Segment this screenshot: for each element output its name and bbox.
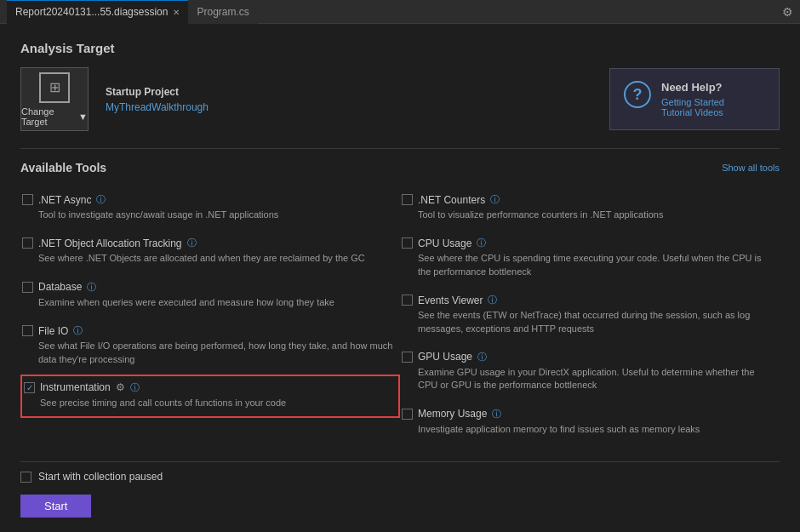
tool-name: GPU Usage (418, 351, 472, 363)
tool-info-icon[interactable]: ⓘ (477, 237, 486, 249)
inactive-tab-label: Program.cs (197, 6, 249, 18)
tool-checkbox-7[interactable] (402, 352, 413, 363)
help-icon: ? (624, 81, 651, 108)
tutorial-videos-link[interactable]: Tutorial Videos (661, 107, 724, 117)
tool-header: File IOⓘ (22, 324, 395, 337)
tool-item-database: DatabaseⓘExamine when queries were execu… (20, 274, 400, 317)
collection-paused-row: Start with collection paused (20, 471, 780, 483)
tool-checkbox-5[interactable] (402, 295, 413, 306)
chevron-down-icon: ▼ (78, 112, 88, 122)
tool-name: File IO (38, 325, 68, 337)
help-text: Need Help? Getting Started Tutorial Vide… (661, 81, 724, 117)
title-bar-right: ⚙ (782, 5, 793, 19)
inactive-tab[interactable]: Program.cs (188, 0, 257, 24)
project-info: Startup Project MyThreadWalkthrough (106, 86, 209, 113)
change-target-button[interactable]: Change Target ▼ (21, 106, 88, 127)
tool-header: .NET Object Allocation Trackingⓘ (22, 237, 395, 249)
tools-left-column: .NET AsyncⓘTool to investigate async/awa… (20, 186, 400, 444)
tool-info-icon[interactable]: ⓘ (130, 381, 140, 394)
tool-item-instrumentation: Instrumentation⚙ⓘSee precise timing and … (20, 375, 400, 418)
tool-info-icon[interactable]: ⓘ (492, 408, 501, 420)
tool-name: .NET Object Allocation Tracking (38, 237, 182, 249)
tools-right-column: .NET CountersⓘTool to visualize performa… (400, 186, 780, 444)
tool-header: Events Viewerⓘ (402, 294, 774, 306)
tool-info-icon[interactable]: ⓘ (96, 193, 106, 206)
getting-started-link[interactable]: Getting Started (661, 97, 724, 107)
tool-description: Examine GPU usage in your DirectX applic… (418, 366, 774, 392)
tool-description: Tool to visualize performance counters i… (418, 209, 774, 221)
tool-checkbox-4[interactable] (22, 282, 33, 293)
tools-header: Available Tools Show all tools (20, 161, 780, 174)
startup-project-label: Startup Project (106, 86, 209, 98)
collection-paused-checkbox[interactable] (20, 472, 31, 483)
tool-header: .NET Countersⓘ (402, 193, 774, 206)
tool-description: Tool to investigate async/await usage in… (38, 209, 395, 221)
tool-header: Instrumentation⚙ⓘ (24, 381, 393, 394)
settings-icon[interactable]: ⚙ (782, 5, 793, 19)
tool-description: See what File I/O operations are being p… (38, 340, 395, 366)
tool-header: Databaseⓘ (22, 281, 395, 294)
tool-header: .NET Asyncⓘ (22, 193, 395, 206)
tool-name: .NET Async (38, 194, 91, 206)
tool-name: Database (38, 281, 82, 293)
tool-name: CPU Usage (418, 237, 471, 249)
divider (20, 148, 780, 149)
startup-card: ⊞ Change Target ▼ Startup Project MyThre… (20, 67, 780, 131)
tool-description: Examine when queries were executed and m… (38, 296, 395, 309)
show-all-tools-link[interactable]: Show all tools (722, 163, 780, 173)
tool-item-events-viewer: Events ViewerⓘSee the events (ETW or Net… (400, 287, 780, 344)
tool-name: Events Viewer (418, 295, 483, 306)
tool-description: See the events (ETW or NetTrace) that oc… (418, 309, 774, 335)
tool-item-net-object-allocation-tracking: .NET Object Allocation TrackingⓘSee wher… (20, 230, 400, 273)
bottom-section: Start with collection paused Start (20, 461, 780, 518)
tools-grid: .NET AsyncⓘTool to investigate async/awa… (20, 186, 780, 444)
main-content: Analysis Target ⊞ Change Target ▼ Startu… (0, 24, 800, 532)
collection-paused-label: Start with collection paused (38, 471, 163, 483)
tab-close-icon[interactable]: ✕ (173, 8, 180, 17)
tool-info-icon[interactable]: ⓘ (73, 324, 83, 337)
tool-item-memory-usage: Memory UsageⓘInvestigate application mem… (400, 401, 780, 444)
tool-checkbox-6[interactable] (22, 325, 33, 336)
tool-checkbox-2[interactable] (22, 237, 33, 249)
tool-header: CPU Usageⓘ (402, 237, 774, 249)
tool-item-file-io: File IOⓘSee what File I/O operations are… (20, 317, 400, 375)
tool-info-icon[interactable]: ⓘ (490, 193, 500, 206)
active-tab[interactable]: Report20240131...55.diagsession ✕ (7, 0, 188, 24)
project-icon-box: ⊞ Change Target ▼ (20, 67, 89, 131)
tool-description: Investigate application memory to find i… (418, 423, 774, 436)
tool-checkbox-8[interactable] (24, 382, 35, 393)
tool-item-cpu-usage: CPU UsageⓘSee where the CPU is spending … (400, 230, 780, 287)
tool-checkbox-1[interactable] (402, 194, 413, 205)
tool-header: Memory Usageⓘ (402, 408, 774, 420)
tool-item-net-async: .NET AsyncⓘTool to investigate async/awa… (20, 186, 400, 230)
analysis-target-title: Analysis Target (20, 41, 780, 55)
tool-checkbox-3[interactable] (402, 237, 413, 249)
tool-checkbox-9[interactable] (402, 409, 413, 420)
active-tab-label: Report20240131...55.diagsession (15, 6, 168, 18)
available-tools-title: Available Tools (20, 161, 106, 174)
tool-item-net-counters: .NET CountersⓘTool to visualize performa… (400, 186, 780, 230)
title-bar: Report20240131...55.diagsession ✕ Progra… (0, 0, 800, 24)
tool-description: See where the CPU is spending time execu… (418, 252, 774, 278)
tool-name: Memory Usage (418, 408, 487, 420)
start-button[interactable]: Start (20, 495, 91, 518)
tool-header: GPU Usageⓘ (402, 351, 774, 363)
tool-info-icon[interactable]: ⓘ (488, 294, 497, 306)
tool-description: See precise timing and call counts of fu… (40, 397, 393, 409)
help-title: Need Help? (661, 81, 724, 94)
help-box: ? Need Help? Getting Started Tutorial Vi… (609, 68, 780, 130)
tool-description: See where .NET Objects are allocated and… (38, 252, 395, 265)
tool-settings-icon[interactable]: ⚙ (116, 381, 125, 393)
tool-info-icon[interactable]: ⓘ (187, 237, 197, 249)
tool-checkbox-0[interactable] (22, 194, 33, 205)
tool-info-icon[interactable]: ⓘ (477, 351, 487, 363)
change-target-label: Change Target (21, 106, 76, 127)
project-name-link[interactable]: MyThreadWalkthrough (106, 101, 209, 113)
tool-name: Instrumentation (40, 381, 111, 393)
tool-info-icon[interactable]: ⓘ (87, 281, 96, 294)
tool-item-gpu-usage: GPU UsageⓘExamine GPU usage in your Dire… (400, 344, 780, 401)
tool-name: .NET Counters (418, 194, 485, 206)
project-icon-symbol: ⊞ (39, 72, 70, 103)
